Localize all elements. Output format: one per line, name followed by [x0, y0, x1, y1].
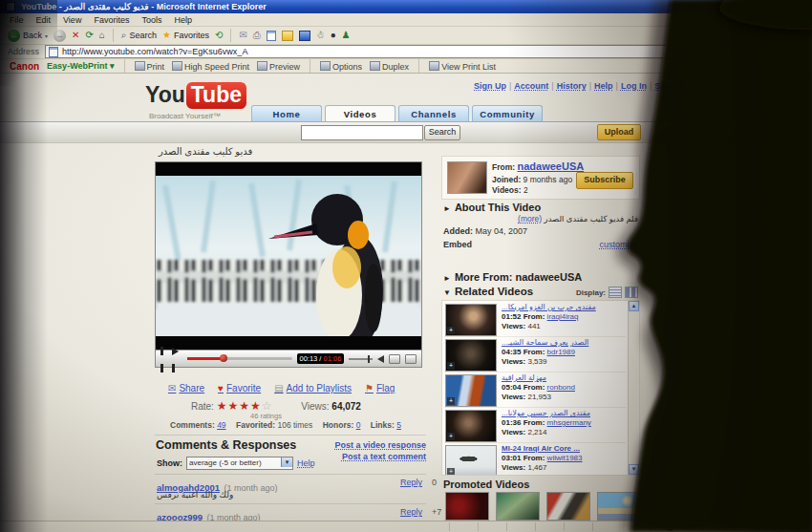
add-icon[interactable]: + — [447, 362, 455, 370]
related-video-item[interactable]: + مهزلة العراقية 05:04 From: ronbond Vie… — [444, 373, 626, 408]
edit-page-icon[interactable] — [267, 31, 276, 41]
tab-home[interactable]: Home — [251, 105, 322, 122]
back-button[interactable]: ← Back ▾ — [8, 30, 48, 42]
more-from-section-header[interactable]: ►More From: nadaweeUSA — [443, 271, 582, 283]
related-video-item[interactable]: + الصدر يعرف سماحة الشيـ... 04:35 From: … — [444, 338, 626, 372]
volume-slider[interactable] — [349, 358, 372, 360]
comments-count-link[interactable]: 49 — [217, 420, 225, 430]
home-icon[interactable]: ⌂ — [99, 30, 105, 41]
promoted-video-item[interactable]: La valse de — [496, 492, 540, 521]
tab-videos[interactable]: Videos — [325, 105, 395, 122]
menu-view[interactable]: View — [63, 15, 81, 25]
youtube-logo[interactable]: YouTube — [145, 82, 246, 109]
related-video-item[interactable]: + مقتدى الصدر حسبي مولانا... 01:36 From:… — [444, 409, 626, 443]
canon-viewlist-button[interactable]: View Print List — [429, 61, 496, 72]
address-input[interactable]: http://www.youtube.com/watch?v=EgKsu6vwx… — [45, 45, 718, 58]
video-thumbnail[interactable]: + — [445, 445, 497, 476]
video-thumbnail[interactable] — [445, 492, 489, 521]
close-button[interactable]: ✕ — [795, 2, 808, 13]
promoted-video-item[interactable]: SEBASTIEN — [445, 492, 489, 521]
related-video-title[interactable]: مقتدى حرب بن الغزو امريكا... — [502, 303, 626, 311]
promoted-video-item[interactable]: F1 & DTM le — [546, 492, 590, 521]
related-video-item[interactable]: + MI-24 Iraqi Air Core ... 03:01 From: w… — [444, 444, 626, 476]
menu-tools[interactable]: Tools — [141, 15, 161, 25]
related-video-title[interactable]: مقتدى الصدر حسبي مولانا... — [502, 409, 626, 417]
search-button-ie[interactable]: ⌕ Search — [121, 30, 157, 41]
add-to-playlists-link[interactable]: ▤Add to Playlists — [274, 383, 352, 394]
related-video-title[interactable]: الصدر يعرف سماحة الشيـ... — [502, 338, 626, 347]
search-input[interactable] — [301, 125, 423, 140]
video-thumbnail[interactable] — [597, 492, 641, 521]
related-video-user[interactable]: bdr1989 — [547, 348, 575, 356]
mail-icon[interactable]: ✉ — [239, 30, 246, 41]
uploader-link[interactable]: nadaweeUSA — [517, 160, 584, 172]
related-video-user[interactable]: ronbond — [547, 383, 575, 392]
person-icon[interactable]: ☃ — [316, 30, 325, 41]
easy-webprint-menu[interactable]: Easy-WebPrint ▾ — [47, 61, 114, 71]
promoted-video-item[interactable]: Indigen — [597, 492, 641, 521]
add-icon[interactable]: + — [447, 433, 455, 440]
related-video-user[interactable]: wilwit1983 — [547, 454, 583, 462]
video-player[interactable]: 00:13 / 01:06 — [155, 161, 422, 368]
list-view-icon[interactable] — [609, 287, 622, 298]
video-thumbnail[interactable] — [496, 492, 540, 521]
canon-print-button[interactable]: Print — [135, 61, 165, 72]
theater-button[interactable] — [389, 354, 400, 364]
messenger-icon[interactable] — [299, 31, 310, 41]
progress-bar[interactable] — [187, 357, 292, 360]
folder-icon[interactable] — [282, 31, 293, 41]
progress-thumb[interactable] — [220, 354, 227, 362]
links-count-link[interactable]: 5 — [396, 420, 401, 430]
canon-preview-button[interactable]: Preview — [257, 61, 300, 72]
video-thumbnail[interactable]: + — [445, 410, 497, 442]
forward-button[interactable]: → — [53, 30, 66, 42]
video-thumbnail[interactable]: + — [445, 304, 497, 336]
scrollbar[interactable]: ▲ ▼ — [628, 301, 639, 475]
msn-icon[interactable]: ♟ — [342, 30, 351, 41]
comments-help-link[interactable]: Help — [297, 458, 315, 468]
related-video-user[interactable]: iraqi4iraq — [547, 312, 579, 321]
add-icon[interactable]: + — [447, 397, 455, 405]
related-videos-header[interactable]: ▼Related Videos — [443, 286, 533, 297]
stop-icon[interactable]: ✕ — [72, 30, 79, 41]
next-button[interactable] — [172, 342, 182, 376]
scroll-up-icon[interactable]: ▲ — [629, 301, 639, 311]
rating-star-empty[interactable]: ☆ — [262, 399, 272, 413]
discuss-icon[interactable]: ● — [331, 30, 336, 41]
pause-button[interactable] — [160, 342, 167, 376]
customize-link[interactable]: customize — [599, 240, 638, 249]
reply-link[interactable]: Reply — [400, 507, 422, 517]
refresh-icon[interactable]: ⟳ — [85, 30, 93, 41]
back-dropdown-icon[interactable]: ▾ — [45, 32, 48, 39]
chevron-down-icon[interactable]: ▾ — [281, 458, 292, 467]
share-link[interactable]: ✉Share — [168, 383, 204, 394]
canon-options-button[interactable]: Options — [320, 61, 362, 72]
site-link[interactable]: Site — [654, 81, 671, 91]
canon-duplex-button[interactable]: Duplex — [370, 61, 409, 72]
comments-sort-select[interactable]: average (-5 or better)▾ — [186, 457, 293, 470]
honors-count-link[interactable]: 0 — [356, 420, 361, 430]
more-link[interactable]: (more) — [518, 214, 542, 223]
related-video-item[interactable]: + مقتدى حرب بن الغزو امريكا... 01:52 Fro… — [444, 303, 626, 337]
avatar[interactable] — [447, 161, 487, 194]
menu-help[interactable]: Help — [174, 15, 192, 25]
rating-stars[interactable]: ★★★★ — [217, 399, 262, 413]
related-video-title[interactable]: مهزلة العراقية — [502, 373, 626, 382]
menu-file[interactable]: File — [10, 15, 24, 25]
favorites-button[interactable]: ★ Favorites — [162, 30, 209, 41]
fullscreen-button[interactable] — [405, 354, 417, 364]
subscribe-button[interactable]: Subscribe — [576, 172, 633, 189]
post-text-comment-link[interactable]: Post a text comment — [342, 452, 426, 461]
related-video-user[interactable]: mhsgermany — [547, 418, 591, 427]
add-icon[interactable]: + — [447, 468, 455, 476]
maximize-button[interactable]: □ — [780, 2, 793, 13]
add-icon[interactable]: + — [447, 327, 455, 334]
post-video-response-link[interactable]: Post a video response — [334, 440, 426, 450]
grid-view-icon[interactable] — [625, 287, 638, 298]
video-thumbnail[interactable] — [546, 492, 590, 521]
about-section-header[interactable]: ►About This Video — [443, 202, 541, 213]
video-thumbnail[interactable]: + — [445, 374, 497, 407]
history-icon[interactable]: ⟲ — [215, 30, 223, 41]
minimize-button[interactable]: _ — [764, 2, 778, 13]
reply-link[interactable]: Reply — [400, 478, 422, 487]
